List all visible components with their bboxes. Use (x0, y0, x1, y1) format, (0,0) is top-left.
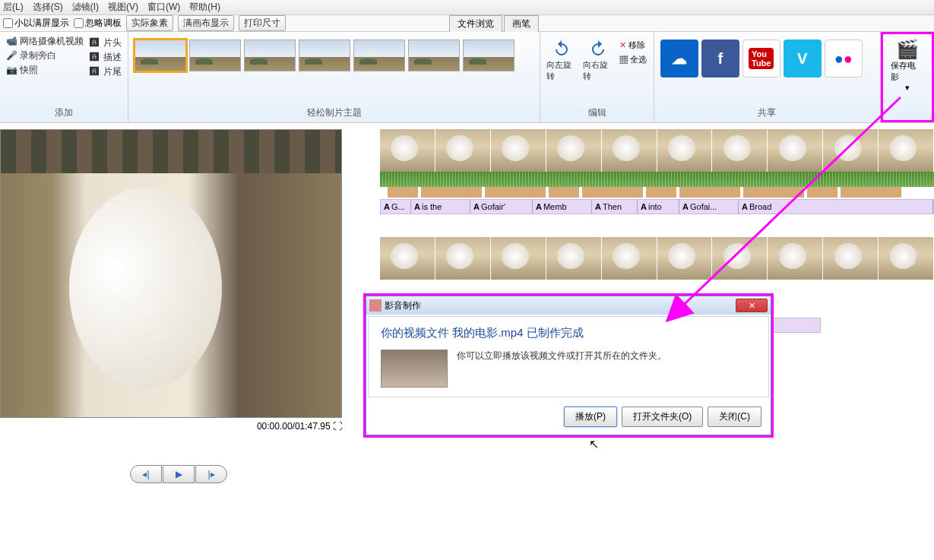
theme-gallery (135, 35, 533, 71)
menu-bar: 层(L) 选择(S) 滤镜(I) 视图(V) 窗口(W) 帮助(H) (0, 0, 934, 15)
prev-icon: ◂| (142, 469, 149, 479)
theme-7[interactable] (463, 40, 514, 71)
menu-view[interactable]: 视图(V) (108, 1, 138, 14)
dialog-close-btn[interactable]: 关闭(C) (708, 407, 761, 427)
add-title[interactable]: 🅰片头 (90, 36, 122, 49)
save-movie-button[interactable]: 🎬 保存电影 ▾ (891, 39, 924, 93)
ribbon-edit-label: 编辑 (546, 103, 647, 122)
actual-pixels-button[interactable]: 实际象素 (126, 15, 173, 31)
save-movie-icon: 🎬 (896, 39, 919, 60)
ribbon: 📹网络摄像机视频 🎤录制旁白 📷快照 🅰片头 🅰描述 🅰片尾 添加 轻松制片主题 (0, 32, 934, 123)
marker-track[interactable] (380, 187, 934, 198)
theme-1[interactable] (135, 40, 186, 71)
text-track[interactable]: A G... A is the A Gofair' A Memb A Then … (380, 199, 934, 214)
menu-layer[interactable]: 层(L) (3, 1, 24, 14)
prev-frame-button[interactable]: ◂| (130, 465, 162, 483)
export-complete-dialog: 影音制作 ✕ 你的视频文件 我的电影.mp4 已制作完成 你可以立即播放该视频文… (363, 293, 774, 438)
playback-controls: ◂| ▶ |▸ (0, 465, 357, 483)
preview-pane: 00:00.00/01:47.95 ⛶ ◂| ▶ |▸ (0, 123, 357, 560)
theme-2[interactable] (189, 40, 241, 71)
dialog-play-button[interactable]: 播放(P) (564, 407, 617, 427)
close-icon: ✕ (749, 301, 755, 311)
add-credits[interactable]: 🅰片尾 (90, 65, 122, 78)
dialog-close-button[interactable]: ✕ (736, 299, 768, 312)
dialog-thumbnail (381, 350, 448, 388)
preview-frame (1, 130, 341, 417)
rotate-left-icon (551, 40, 572, 58)
select-all-button[interactable]: ▦ 全选 (619, 54, 647, 65)
theme-5[interactable] (353, 40, 405, 71)
fit-screen-checkbox[interactable]: 小以满屏显示 (3, 17, 69, 30)
play-icon: ▶ (176, 469, 182, 479)
next-frame-button[interactable]: |▸ (195, 465, 227, 483)
dialog-message: 你可以立即播放该视频文件或打开其所在的文件夹。 (457, 350, 666, 362)
fit-canvas-button[interactable]: 满画布显示 (178, 15, 234, 31)
video-preview[interactable] (0, 129, 342, 418)
add-caption[interactable]: 🅰描述 (90, 51, 122, 64)
next-icon: |▸ (207, 469, 214, 479)
select-all-icon: ▦ (619, 55, 628, 64)
ribbon-add-label: 添加 (6, 103, 122, 122)
audio-track[interactable] (380, 172, 934, 187)
ignore-palette-checkbox[interactable]: 忽略调板 (74, 17, 122, 30)
rotate-right-icon (587, 40, 609, 58)
dialog-heading: 你的视频文件 我的电影.mp4 已制作完成 (381, 326, 756, 340)
menu-select[interactable]: 选择(S) (33, 1, 63, 14)
share-onedrive[interactable]: ☁ (660, 40, 698, 78)
print-size-button[interactable]: 打印尺寸 (239, 15, 286, 31)
remove-icon: ✕ (619, 40, 626, 49)
dialog-titlebar: 影音制作 ✕ (366, 296, 771, 315)
toolbar: 小以满屏显示 忽略调板 实际象素 满画布显示 打印尺寸 文件浏览 画笔 (0, 15, 934, 32)
share-youtube[interactable]: YouTube (742, 40, 780, 78)
dropdown-icon: ▾ (905, 83, 910, 93)
save-movie-group: 🎬 保存电影 ▾ (881, 32, 934, 122)
share-flickr[interactable]: ●● (825, 40, 863, 78)
rotate-left-button[interactable]: 向左旋转 (546, 40, 577, 82)
theme-3[interactable] (244, 40, 296, 71)
menu-window[interactable]: 窗口(W) (147, 1, 180, 14)
dialog-open-folder-button[interactable]: 打开文件夹(O) (622, 407, 703, 427)
app-icon (369, 299, 382, 312)
menu-filter[interactable]: 滤镜(I) (72, 1, 99, 14)
share-facebook[interactable]: f (701, 40, 739, 78)
video-track-1[interactable] (380, 129, 934, 172)
cursor-icon: ↖ (589, 437, 599, 451)
time-display: 00:00.00/01:47.95 ⛶ (0, 418, 357, 435)
theme-6[interactable] (408, 40, 460, 71)
ribbon-share-label: 共享 (660, 103, 875, 122)
video-track-2[interactable] (380, 237, 934, 280)
dialog-title-text: 影音制作 (385, 299, 421, 312)
share-vimeo[interactable]: V (784, 40, 822, 78)
play-button[interactable]: ▶ (163, 465, 195, 483)
share-icons: ☁ f YouTube V ●● (660, 35, 875, 78)
rotate-right-button[interactable]: 向右旋转 (583, 40, 613, 82)
remove-button[interactable]: ✕ 移除 (619, 40, 647, 51)
tab-brush[interactable]: 画笔 (504, 15, 539, 32)
expand-icon[interactable]: ⛶ (333, 421, 342, 432)
ribbon-themes-label: 轻松制片主题 (135, 103, 533, 122)
tab-file-browse[interactable]: 文件浏览 (449, 15, 502, 32)
theme-4[interactable] (299, 40, 350, 71)
menu-help[interactable]: 帮助(H) (189, 1, 220, 14)
